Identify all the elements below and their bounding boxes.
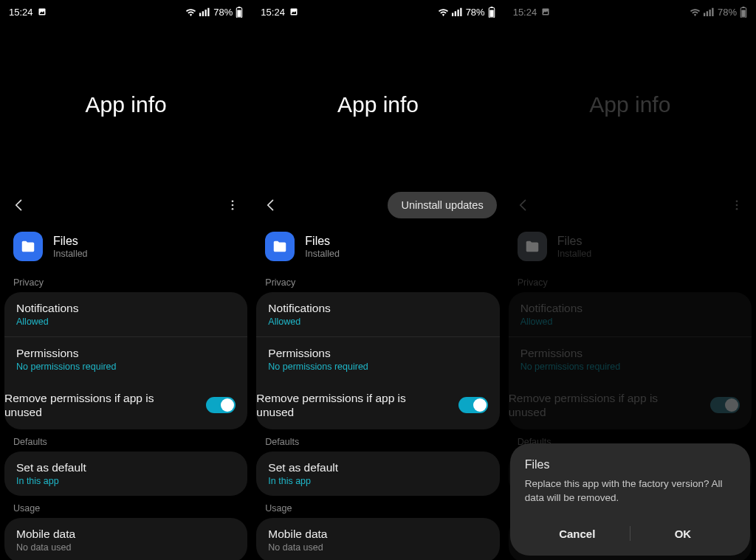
section-privacy-label: Privacy xyxy=(252,270,504,292)
app-icon xyxy=(13,232,43,261)
signal-icon xyxy=(452,7,463,16)
section-defaults-label: Defaults xyxy=(0,429,252,452)
row-sub: No data used xyxy=(16,542,236,553)
row-sub: No data used xyxy=(268,542,487,553)
svg-rect-12 xyxy=(452,13,453,17)
uninstall-updates-label: Uninstall updates xyxy=(401,199,483,211)
dialog-ok-button[interactable]: OK xyxy=(630,528,735,540)
row-sub: In this app xyxy=(268,476,487,486)
chevron-left-icon xyxy=(12,198,27,212)
battery-icon xyxy=(488,7,495,18)
more-button[interactable] xyxy=(224,196,241,214)
row-sub: No permissions required xyxy=(268,362,487,372)
confirm-dialog: Files Replace this app with the factory … xyxy=(510,443,750,556)
svg-point-10 xyxy=(232,208,234,210)
toolbar: Uninstall updates xyxy=(252,189,504,221)
page-title: App info xyxy=(337,92,419,117)
wifi-icon xyxy=(185,7,196,16)
row-permissions[interactable]: Permissions No permissions required xyxy=(256,336,499,381)
screenshot-indicator-icon xyxy=(38,7,47,16)
privacy-card: Notifications Allowed Permissions No per… xyxy=(4,292,247,429)
row-remove-permissions[interactable]: Remove permissions if app is unused xyxy=(256,381,499,429)
row-title: Permissions xyxy=(16,347,236,360)
remove-permissions-toggle[interactable] xyxy=(458,397,488,413)
row-remove-permissions[interactable]: Remove permissions if app is unused xyxy=(4,381,247,429)
status-battery-text: 78% xyxy=(466,7,485,18)
app-icon xyxy=(265,232,295,261)
app-install-status: Installed xyxy=(305,249,340,259)
dialog-cancel-label: Cancel xyxy=(559,528,595,540)
toolbar xyxy=(0,189,252,221)
section-privacy-label: Privacy xyxy=(0,270,252,292)
screenshot-indicator-icon xyxy=(289,7,298,16)
back-button[interactable] xyxy=(262,196,280,214)
wifi-icon xyxy=(438,7,449,16)
status-time: 15:24 xyxy=(9,7,33,18)
svg-rect-7 xyxy=(238,10,241,16)
row-permissions[interactable]: Permissions No permissions required xyxy=(4,336,247,381)
row-title: Permissions xyxy=(268,347,487,360)
signal-icon xyxy=(199,7,210,16)
chevron-left-icon xyxy=(264,198,278,212)
usage-card: Mobile data No data used xyxy=(4,518,247,560)
row-title: Notifications xyxy=(16,302,236,315)
svg-rect-1 xyxy=(199,13,201,17)
more-vertical-icon xyxy=(226,198,239,212)
hero-title-area: App info xyxy=(252,21,504,189)
status-bar: 15:24 78% xyxy=(0,0,252,21)
row-notifications[interactable]: Notifications Allowed xyxy=(256,292,499,336)
uninstall-updates-menu-item[interactable]: Uninstall updates xyxy=(388,192,496,218)
row-mobile-data[interactable]: Mobile data No data used xyxy=(256,518,499,560)
section-defaults-label: Defaults xyxy=(252,429,504,452)
folder-icon xyxy=(272,238,288,255)
app-install-status: Installed xyxy=(53,249,88,259)
app-header: Files Installed xyxy=(252,221,504,270)
svg-rect-13 xyxy=(454,11,456,16)
row-sub: In this app xyxy=(16,476,236,486)
svg-rect-4 xyxy=(208,8,210,16)
row-mobile-data[interactable]: Mobile data No data used xyxy=(4,518,247,560)
app-name: Files xyxy=(305,235,340,248)
app-name: Files xyxy=(53,235,88,248)
row-title: Remove permissions if app is unused xyxy=(4,391,194,420)
svg-rect-0 xyxy=(38,9,45,15)
page-title: App info xyxy=(86,92,167,117)
app-header: Files Installed xyxy=(0,221,252,270)
usage-card: Mobile data No data used xyxy=(256,518,499,560)
screenshot-3: 15:24 78% App info xyxy=(504,0,756,560)
svg-rect-14 xyxy=(457,10,458,16)
section-usage-label: Usage xyxy=(0,496,252,518)
screenshot-2: 15:24 78% App info Uninstall updates xyxy=(252,0,504,560)
svg-rect-2 xyxy=(202,11,204,16)
svg-rect-15 xyxy=(460,8,461,16)
dialog-cancel-button[interactable]: Cancel xyxy=(525,528,630,540)
dialog-title: Files xyxy=(525,458,735,471)
privacy-card: Notifications Allowed Permissions No per… xyxy=(256,292,499,429)
screenshot-1: 15:24 78% App info xyxy=(0,0,252,560)
row-set-as-default[interactable]: Set as default In this app xyxy=(4,452,247,496)
defaults-card: Set as default In this app xyxy=(4,452,247,496)
remove-permissions-toggle[interactable] xyxy=(206,397,236,413)
hero-title-area: App info xyxy=(0,21,252,189)
status-time: 15:24 xyxy=(261,7,285,18)
status-battery-text: 78% xyxy=(213,7,233,18)
row-sub: Allowed xyxy=(16,317,236,327)
row-title: Mobile data xyxy=(268,528,487,541)
row-title: Set as default xyxy=(268,461,487,474)
defaults-card: Set as default In this app xyxy=(256,452,499,496)
row-sub: Allowed xyxy=(268,317,487,327)
back-button[interactable] xyxy=(10,196,28,214)
battery-icon xyxy=(236,7,243,18)
row-title: Mobile data xyxy=(16,528,236,541)
status-bar: 15:24 78% xyxy=(252,0,504,21)
row-title: Notifications xyxy=(268,302,487,315)
svg-rect-3 xyxy=(205,10,207,16)
svg-rect-11 xyxy=(290,9,297,15)
svg-rect-18 xyxy=(489,10,493,16)
dialog-body: Replace this app with the factory versio… xyxy=(525,477,735,505)
row-notifications[interactable]: Notifications Allowed xyxy=(4,292,247,336)
row-title: Set as default xyxy=(16,461,236,474)
svg-point-9 xyxy=(232,204,234,207)
row-set-as-default[interactable]: Set as default In this app xyxy=(256,452,499,496)
dialog-ok-label: OK xyxy=(675,528,692,540)
